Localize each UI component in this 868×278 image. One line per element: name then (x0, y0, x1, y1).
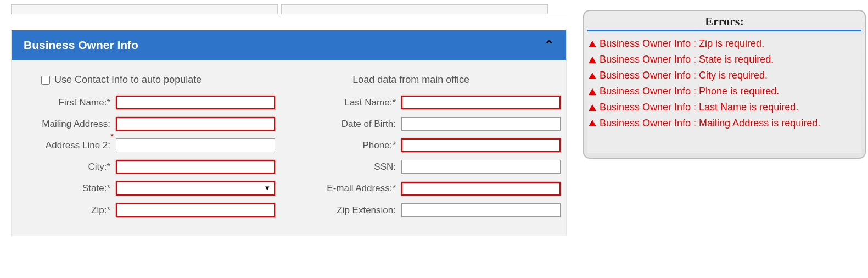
warning-icon (589, 88, 596, 95)
last-name-input[interactable] (401, 96, 561, 109)
main-form-area: Business Owner Info ⌃ Use Contact Info t… (11, 4, 567, 236)
label-zip: Zip:* (12, 205, 110, 216)
errors-title: Errors: (587, 14, 861, 31)
dob-input[interactable] (401, 117, 561, 131)
city-input[interactable] (116, 160, 275, 174)
errors-scroll[interactable]: Business Owner Info : Zip is required. B… (587, 35, 861, 153)
mailing-address-input[interactable] (116, 117, 275, 131)
state-select[interactable] (116, 181, 275, 196)
tab-ghost-left[interactable] (11, 4, 278, 14)
zip-ext-input[interactable] (401, 203, 561, 217)
warning-icon (589, 104, 596, 111)
error-item[interactable]: Business Owner Info : City is required. (587, 68, 861, 84)
error-item[interactable]: Business Owner Info : Last Name is requi… (587, 99, 861, 115)
label-address2: Address Line 2: (12, 140, 110, 151)
business-owner-panel: Business Owner Info ⌃ Use Contact Info t… (11, 30, 567, 236)
warning-icon (589, 73, 596, 79)
required-asterisk-icon: * (110, 132, 114, 142)
email-input[interactable] (401, 182, 561, 196)
label-last-name: Last Name:* (286, 97, 396, 108)
label-zip-ext: Zip Extension: (286, 205, 396, 216)
ssn-input[interactable] (401, 160, 561, 174)
label-dob: Date of Birth: (286, 119, 396, 130)
panel-top-row: Use Contact Info to auto populate Load d… (12, 60, 566, 86)
address2-input[interactable] (116, 138, 275, 152)
error-item[interactable]: Business Owner Info : Mailing Address is… (587, 115, 861, 131)
warning-icon (589, 57, 596, 63)
label-city: City:* (12, 162, 110, 173)
panel-header[interactable]: Business Owner Info ⌃ (12, 30, 566, 60)
label-state: State:* (12, 183, 110, 194)
load-data-link[interactable]: Load data from main office (352, 74, 469, 86)
label-first-name: First Name:* (12, 97, 110, 108)
label-email: E-mail Address:* (286, 183, 396, 194)
label-ssn: SSN: (286, 162, 396, 173)
tab-bar (11, 4, 567, 14)
warning-icon (589, 41, 596, 47)
label-phone: Phone:* (286, 140, 396, 151)
panel-title: Business Owner Info (24, 38, 138, 52)
label-mailing-address: Mailing Address: (12, 119, 110, 130)
warning-icon (589, 120, 596, 126)
error-item[interactable]: Business Owner Info : State is required. (587, 52, 861, 68)
tab-ghost-right[interactable] (281, 4, 548, 14)
zip-input[interactable] (116, 203, 275, 217)
form-grid: First Name:* Last Name:* Mailing Address… (12, 86, 566, 217)
auto-populate-text: Use Contact Info to auto populate (54, 74, 201, 86)
error-item[interactable]: Business Owner Info : Phone is required. (587, 84, 861, 99)
phone-input[interactable] (401, 138, 561, 152)
errors-panel: Errors: Business Owner Info : Zip is req… (583, 10, 866, 159)
auto-populate-checkbox-label[interactable]: Use Contact Info to auto populate (41, 74, 201, 86)
auto-populate-checkbox[interactable] (41, 76, 50, 85)
error-item[interactable]: Business Owner Info : Zip is required. (587, 36, 861, 52)
chevron-up-icon: ⌃ (544, 38, 554, 52)
first-name-input[interactable] (116, 96, 275, 109)
